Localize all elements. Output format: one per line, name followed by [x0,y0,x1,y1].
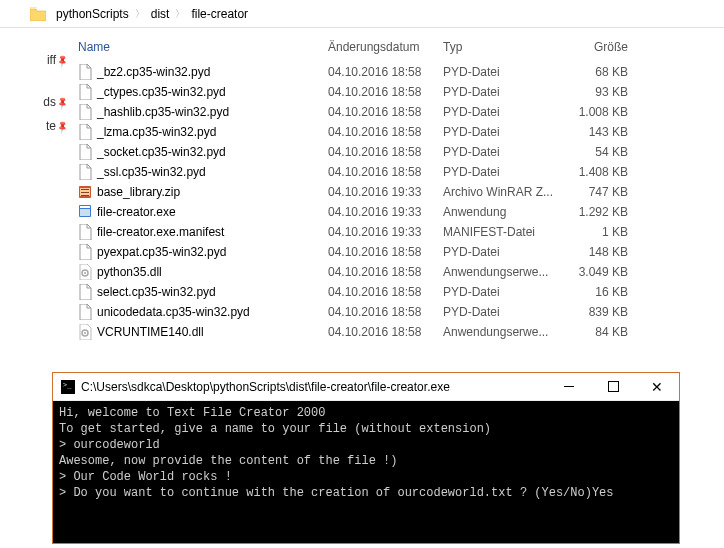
file-date: 04.10.2016 18:58 [328,65,443,79]
file-date: 04.10.2016 19:33 [328,225,443,239]
file-name: _socket.cp35-win32.pyd [97,145,226,159]
file-date: 04.10.2016 18:58 [328,245,443,259]
file-row[interactable]: _lzma.cp35-win32.pyd04.10.2016 18:58PYD-… [78,122,724,142]
file-row[interactable]: _ctypes.cp35-win32.pyd04.10.2016 18:58PY… [78,82,724,102]
console-title: C:\Users\sdkca\Desktop\pythonScripts\dis… [81,380,547,394]
file-type-icon [78,184,92,200]
file-row[interactable]: _ssl.cp35-win32.pyd04.10.2016 18:58PYD-D… [78,162,724,182]
file-type: Anwendungserwe... [443,325,568,339]
file-type-icon [78,144,92,160]
file-type: PYD-Datei [443,165,568,179]
file-size: 1.408 KB [568,165,658,179]
breadcrumb-item[interactable]: file-creator [187,7,252,21]
file-type: MANIFEST-Datei [443,225,568,239]
file-row[interactable]: file-creator.exe04.10.2016 19:33Anwendun… [78,202,724,222]
file-row[interactable]: select.cp35-win32.pyd04.10.2016 18:58PYD… [78,282,724,302]
header-type[interactable]: Typ [443,40,568,54]
file-type: PYD-Datei [443,145,568,159]
file-size: 839 KB [568,305,658,319]
console-output[interactable]: Hi, welcome to Text File Creator 2000 To… [53,401,679,543]
sidebar-item[interactable]: te📌 [0,114,60,138]
sidebar-item[interactable]: iff📌 [0,48,60,72]
sidebar: iff📌 ds📌 te📌 [0,28,60,368]
file-name: _bz2.cp35-win32.pyd [97,65,210,79]
file-size: 68 KB [568,65,658,79]
file-type-icon [78,64,92,80]
file-type: PYD-Datei [443,85,568,99]
file-name: python35.dll [97,265,162,279]
file-name: unicodedata.cp35-win32.pyd [97,305,250,319]
file-type: PYD-Datei [443,245,568,259]
file-row[interactable]: VCRUNTIME140.dll04.10.2016 18:58Anwendun… [78,322,724,342]
maximize-button[interactable] [591,373,635,400]
file-date: 04.10.2016 18:58 [328,105,443,119]
file-date: 04.10.2016 18:58 [328,265,443,279]
close-button[interactable]: ✕ [635,373,679,400]
file-size: 1.292 KB [568,205,658,219]
file-type-icon [78,224,92,240]
header-size[interactable]: Größe [568,40,658,54]
file-type-icon [78,164,92,180]
file-type-icon [78,264,92,280]
file-row[interactable]: _hashlib.cp35-win32.pyd04.10.2016 18:58P… [78,102,724,122]
minimize-button[interactable] [547,373,591,400]
file-date: 04.10.2016 18:58 [328,165,443,179]
file-type-icon [78,204,92,220]
file-size: 84 KB [568,325,658,339]
file-date: 04.10.2016 18:58 [328,145,443,159]
file-name: _ctypes.cp35-win32.pyd [97,85,226,99]
chevron-right-icon: 〉 [133,7,147,21]
breadcrumb-item[interactable]: dist [147,7,174,21]
sidebar-item[interactable]: ds📌 [0,90,60,114]
file-type-icon [78,84,92,100]
file-date: 04.10.2016 18:58 [328,285,443,299]
file-date: 04.10.2016 19:33 [328,185,443,199]
file-row[interactable]: _socket.cp35-win32.pyd04.10.2016 18:58PY… [78,142,724,162]
file-list: Name Änderungsdatum Typ Größe _bz2.cp35-… [60,28,724,368]
cmd-icon [61,380,75,394]
file-date: 04.10.2016 18:58 [328,85,443,99]
file-row[interactable]: unicodedata.cp35-win32.pyd04.10.2016 18:… [78,302,724,322]
file-type-icon [78,124,92,140]
header-name[interactable]: Name [78,40,328,54]
breadcrumb[interactable]: pythonScripts 〉 dist 〉 file-creator [0,0,724,28]
folder-icon [30,7,46,21]
file-type: PYD-Datei [443,125,568,139]
file-size: 143 KB [568,125,658,139]
console-window: C:\Users\sdkca\Desktop\pythonScripts\dis… [52,372,680,544]
header-date[interactable]: Änderungsdatum [328,40,443,54]
column-headers: Name Änderungsdatum Typ Größe [78,36,724,62]
file-date: 04.10.2016 18:58 [328,125,443,139]
file-size: 16 KB [568,285,658,299]
file-row[interactable]: base_library.zip04.10.2016 19:33Archivo … [78,182,724,202]
file-size: 148 KB [568,245,658,259]
file-row[interactable]: file-creator.exe.manifest04.10.2016 19:3… [78,222,724,242]
file-size: 747 KB [568,185,658,199]
file-size: 93 KB [568,85,658,99]
file-type: PYD-Datei [443,105,568,119]
file-date: 04.10.2016 18:58 [328,325,443,339]
file-type: Anwendung [443,205,568,219]
file-type-icon [78,244,92,260]
file-type-icon [78,304,92,320]
file-name: _hashlib.cp35-win32.pyd [97,105,229,119]
file-row[interactable]: _bz2.cp35-win32.pyd04.10.2016 18:58PYD-D… [78,62,724,82]
chevron-right-icon: 〉 [173,7,187,21]
file-size: 3.049 KB [568,265,658,279]
file-type: Archivo WinRAR Z... [443,185,568,199]
file-name: file-creator.exe.manifest [97,225,224,239]
file-name: _lzma.cp35-win32.pyd [97,125,216,139]
file-row[interactable]: python35.dll04.10.2016 18:58Anwendungser… [78,262,724,282]
breadcrumb-item[interactable]: pythonScripts [52,7,133,21]
file-type: PYD-Datei [443,65,568,79]
file-name: _ssl.cp35-win32.pyd [97,165,206,179]
file-type-icon [78,324,92,340]
console-titlebar[interactable]: C:\Users\sdkca\Desktop\pythonScripts\dis… [53,373,679,401]
file-type-icon [78,284,92,300]
file-type-icon [78,104,92,120]
file-row[interactable]: pyexpat.cp35-win32.pyd04.10.2016 18:58PY… [78,242,724,262]
file-type: Anwendungserwe... [443,265,568,279]
file-type: PYD-Datei [443,305,568,319]
file-size: 54 KB [568,145,658,159]
file-type: PYD-Datei [443,285,568,299]
